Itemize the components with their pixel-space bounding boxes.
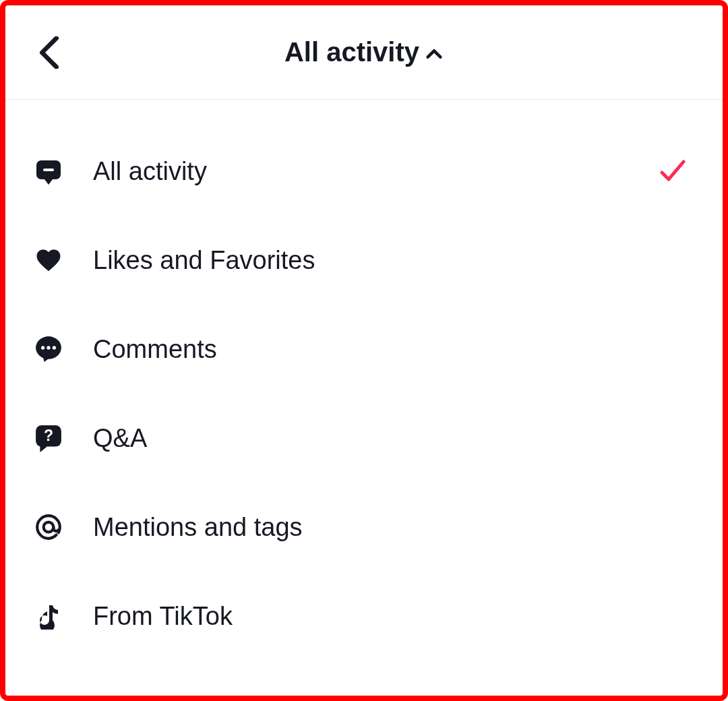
chevron-up-icon [425,44,444,63]
svg-point-5 [53,346,56,349]
filter-item-label: From TikTok [93,602,689,631]
heart-icon [32,244,65,276]
filter-item-label: Mentions and tags [93,513,689,542]
filter-item-label: Q&A [93,424,689,453]
filter-item-likes[interactable]: Likes and Favorites [5,216,723,305]
app-frame: All activity All activity [0,0,728,701]
filter-item-label: Comments [93,335,689,364]
page-title: All activity [284,37,419,67]
qa-bubble-icon: ? [32,422,65,454]
activity-bubble-icon [32,155,65,187]
svg-point-3 [41,346,44,349]
filter-item-label: All activity [93,157,657,186]
at-sign-icon [32,511,65,543]
svg-text:?: ? [44,427,53,444]
check-icon [657,155,689,187]
back-button[interactable] [32,36,66,69]
chevron-left-icon [38,36,61,69]
filter-item-from-tiktok[interactable]: From TikTok [5,572,723,661]
filter-item-label: Likes and Favorites [93,246,689,275]
filter-item-mentions[interactable]: Mentions and tags [5,483,723,572]
filter-item-all-activity[interactable]: All activity [5,127,723,216]
filter-list: All activity Likes and Favorites [5,100,723,661]
header-bar: All activity [5,5,723,100]
svg-point-4 [47,346,50,349]
svg-rect-1 [43,169,54,171]
svg-point-9 [44,522,54,532]
tiktok-note-icon [32,600,65,632]
filter-item-qa[interactable]: ? Q&A [5,394,723,483]
title-dropdown[interactable]: All activity [284,37,444,67]
comment-dots-icon [32,333,65,365]
filter-item-comments[interactable]: Comments [5,305,723,394]
